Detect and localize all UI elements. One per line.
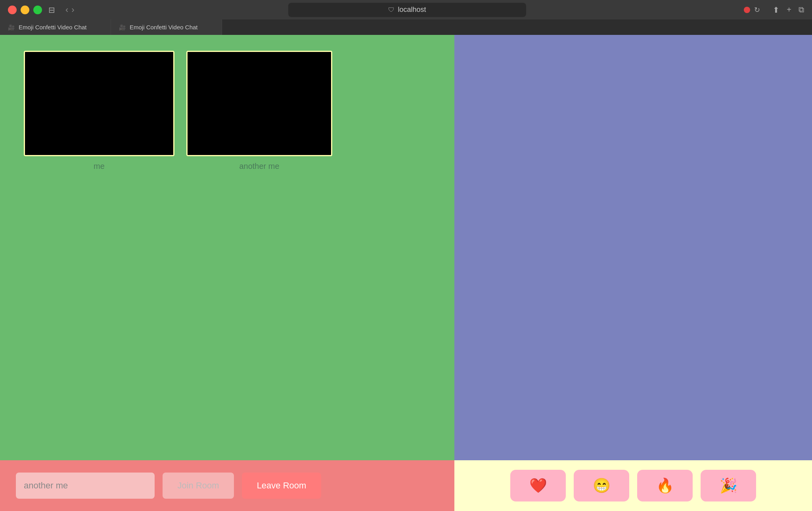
chat-main xyxy=(454,35,812,460)
tab-1-icon: 🎥 xyxy=(8,24,15,31)
tab-overview-icon[interactable]: ⧉ xyxy=(799,5,804,14)
traffic-lights xyxy=(8,6,42,14)
bottom-bar: Join Room Leave Room xyxy=(0,460,454,511)
tab-1-label: Emoji Confetti Video Chat xyxy=(19,24,86,31)
tab-2[interactable]: 🎥 Emoji Confetti Video Chat xyxy=(111,19,222,35)
back-button[interactable]: ‹ xyxy=(65,6,68,14)
maximize-button[interactable] xyxy=(33,6,42,14)
emoji-grin-button[interactable]: 😁 xyxy=(574,470,629,501)
emoji-heart-button[interactable]: ❤️ xyxy=(510,470,566,501)
video-box-me xyxy=(24,51,174,156)
tab-1[interactable]: 🎥 Emoji Confetti Video Chat xyxy=(0,19,111,35)
shield-icon: 🛡 xyxy=(388,6,395,13)
emoji-bar: ❤️ 😁 🔥 🎉 xyxy=(454,460,812,511)
forward-button[interactable]: › xyxy=(71,6,74,14)
tab-2-label: Emoji Confetti Video Chat xyxy=(130,24,197,31)
video-label-me: me xyxy=(94,162,105,171)
url-text: localhost xyxy=(398,6,426,14)
sidebar-toggle-button[interactable]: ⊟ xyxy=(48,5,55,15)
main-content: me another me Join Room Leave Room xyxy=(0,35,812,511)
video-streams: me another me xyxy=(24,51,431,171)
app-body: me another me Join Room Leave Room xyxy=(0,35,812,511)
record-group: ↻ xyxy=(744,6,760,14)
video-item-me: me xyxy=(24,51,174,171)
video-main: me another me xyxy=(0,35,454,460)
nav-controls: ‹ › xyxy=(65,6,75,14)
browser-right-actions: ⬆ + ⧉ xyxy=(773,5,804,15)
record-dot xyxy=(744,7,750,13)
browser-titlebar: ⊟ ‹ › 🛡 localhost ↻ ⬆ + ⧉ xyxy=(0,0,812,19)
join-room-button[interactable]: Join Room xyxy=(163,473,234,499)
chat-section: ❤️ 😁 🔥 🎉 xyxy=(454,35,812,511)
minimize-button[interactable] xyxy=(21,6,29,14)
video-section: me another me Join Room Leave Room xyxy=(0,35,454,511)
video-item-another: another me xyxy=(186,51,332,171)
leave-room-button[interactable]: Leave Room xyxy=(242,473,321,499)
address-bar[interactable]: 🛡 localhost xyxy=(288,3,526,17)
new-tab-icon[interactable]: + xyxy=(787,5,791,14)
video-label-another: another me xyxy=(239,162,279,171)
tab-2-icon: 🎥 xyxy=(119,24,126,31)
emoji-fire-button[interactable]: 🔥 xyxy=(637,470,693,501)
share-icon[interactable]: ⬆ xyxy=(773,5,779,15)
emoji-party-button[interactable]: 🎉 xyxy=(701,470,756,501)
browser-chrome: ⊟ ‹ › 🛡 localhost ↻ ⬆ + ⧉ 🎥 Emoji xyxy=(0,0,812,35)
video-box-another xyxy=(186,51,332,156)
reload-button[interactable]: ↻ xyxy=(754,6,760,14)
name-input[interactable] xyxy=(16,473,155,499)
browser-tabs: 🎥 Emoji Confetti Video Chat 🎥 Emoji Conf… xyxy=(0,19,812,35)
close-button[interactable] xyxy=(8,6,17,14)
